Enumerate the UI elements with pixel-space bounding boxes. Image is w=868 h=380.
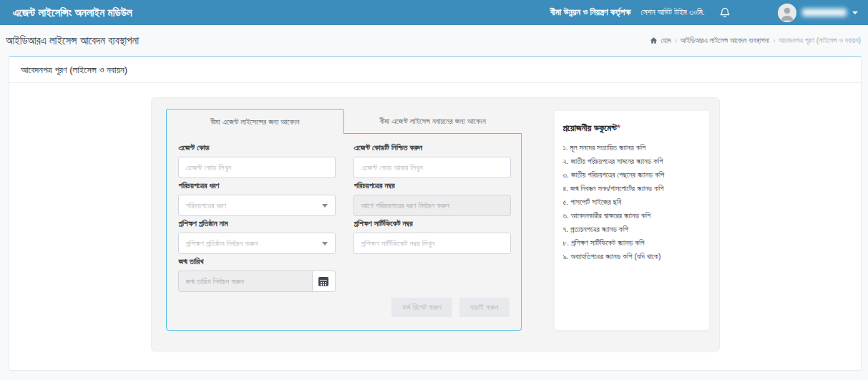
verify-button[interactable]: যাচাই করুন <box>459 298 509 317</box>
tab-bar: বীমা এজেন্ট লাইসেন্সের জন্য আবেদন বীমা এ… <box>166 109 522 134</box>
document-item: ৬. আবেদনকারীর স্বাক্ষরের স্ক্যানড কপি <box>563 209 701 223</box>
training-certificate-input[interactable] <box>353 233 511 254</box>
field-birth-date: জন্ম তারিখ <box>178 257 336 292</box>
document-item: ২. জাতীয় পরিচয়পত্রের সামনের স্ক্যানড ক… <box>563 155 701 168</box>
chevron-down-icon <box>852 11 858 14</box>
breadcrumb-license-management[interactable]: আইডিআরএ লাইসেন্স আবেদন ব্যবস্থাপনা <box>681 36 769 45</box>
session-timeout-text: সেশন আউট টাইম ৩০মি. <box>640 8 705 17</box>
agent-code-confirm-label: এজেন্ট কোডটি নিশ্চিত করুন <box>354 143 511 152</box>
bell-icon <box>719 7 731 19</box>
agent-code-input[interactable] <box>178 157 336 178</box>
id-number-label: পরিচয়পত্রের নম্বর <box>354 181 511 190</box>
home-icon <box>650 36 658 44</box>
top-header-bar: এজেন্ট লাইসেন্সিং অনলাইন মডিউল বীমা উন্ন… <box>0 0 868 25</box>
document-item: ৯. অব্যাহতিপত্রের স্ক্যানড কপি (যদি থাকে… <box>563 250 701 263</box>
required-documents-title: প্রয়োজনীয় ডকুমেন্ট* <box>563 122 701 134</box>
document-item: ৫. পাসপোর্ট সাইজের ছবি <box>563 195 701 209</box>
document-item: ৩. জাতীয় পরিচয়পত্রের পেছনের স্ক্যানড ক… <box>563 168 701 182</box>
document-item: ৪. জন্ম নিবন্ধন সনদ/পাসপোর্টের স্ক্যানড … <box>563 182 701 195</box>
user-avatar[interactable] <box>778 4 796 22</box>
user-name-redacted <box>802 9 847 16</box>
training-institute-select-value: প্রশিক্ষণ প্রতিষ্ঠান নির্বাচন করুন <box>186 239 318 248</box>
field-id-number: পরিচয়পত্রের নম্বর <box>353 181 511 216</box>
page-title-row: আইডিআরএ লাইসেন্স আবেদন ব্যবস্থাপনা হোম ›… <box>0 25 868 56</box>
field-training-certificate: প্রশিক্ষণ সার্টিফিকেট নম্বর <box>353 219 511 254</box>
calendar-icon <box>318 277 328 286</box>
tab-renewal-application[interactable]: বীমা এজেন্ট লাইসেন্স নবায়নের জন্য আবেদন <box>344 109 522 134</box>
required-documents-list: ১. মূল সনদের সত্যায়িত স্ক্যানড কপি ২. জ… <box>563 141 701 263</box>
form-reset-button[interactable]: ফর্ম রিসেট করুন <box>391 298 452 317</box>
breadcrumb-current: আবেদনপত্র পূরণ (লাইসেন্স ও নবায়ন) <box>779 36 861 45</box>
license-form: এজেন্ট কোড এজেন্ট কোডটি নিশ্চিত করুন পরি… <box>166 134 522 331</box>
required-documents-title-text: প্রয়োজনীয় ডকুমেন্ট <box>563 122 617 133</box>
authority-name: বীমা উন্নয়ন ও নিয়ন্ত্রণ কর্তৃপক্ষ <box>550 7 631 18</box>
training-certificate-label: প্রশিক্ষণ সার্টিফিকেট নম্বর <box>354 219 511 228</box>
document-item: ১. মূল সনদের সত্যায়িত স্ক্যানড কপি <box>563 141 701 155</box>
license-form-card: বীমা এজেন্ট লাইসেন্সের জন্য আবেদন বীমা এ… <box>166 109 522 351</box>
birth-date-input <box>178 271 313 292</box>
breadcrumb-home[interactable]: হোম <box>661 36 671 45</box>
content-panel: আবেদনপত্র পূরণ (লাইসেন্স ও নবায়ন) বীমা … <box>9 56 862 371</box>
breadcrumb-separator: › <box>675 36 677 44</box>
chevron-down-icon <box>322 204 328 208</box>
panel-body: বীমা এজেন্ট লাইসেন্সের জন্য আবেদন বীমা এ… <box>9 83 861 351</box>
field-training-institute: প্রশিক্ষণ প্রতিষ্ঠান নাম প্রশিক্ষণ প্রতি… <box>178 219 336 254</box>
field-id-type: পরিচয়পত্রের ধরণ পরিচয়পত্রের ধরণ <box>178 181 336 216</box>
section-title: আবেদনপত্র পূরণ (লাইসেন্স ও নবায়ন) <box>9 57 861 83</box>
application-card: বীমা এজেন্ট লাইসেন্সের জন্য আবেদন বীমা এ… <box>151 97 720 351</box>
chevron-down-icon <box>322 242 328 245</box>
document-item: ৭. প্রত্যয়নপত্রের স্ক্যানড কপি <box>563 223 701 236</box>
id-type-select-value: পরিচয়পত্রের ধরণ <box>186 201 318 210</box>
user-menu[interactable] <box>802 9 858 16</box>
form-actions: ফর্ম রিসেট করুন যাচাই করুন <box>178 298 509 317</box>
birth-date-label: জন্ম তারিখ <box>179 257 336 266</box>
id-number-input <box>353 195 511 216</box>
birth-date-group <box>178 271 336 292</box>
breadcrumb-separator: › <box>773 36 775 44</box>
notifications-button[interactable] <box>718 6 732 20</box>
form-fields-grid: এজেন্ট কোড এজেন্ট কোডটি নিশ্চিত করুন পরি… <box>178 143 509 292</box>
required-mark: * <box>617 122 620 133</box>
field-agent-code-confirm: এজেন্ট কোডটি নিশ্চিত করুন <box>353 143 511 178</box>
id-type-select[interactable]: পরিচয়পত্রের ধরণ <box>178 195 336 216</box>
id-type-label: পরিচয়পত্রের ধরণ <box>179 181 336 190</box>
training-institute-select[interactable]: প্রশিক্ষণ প্রতিষ্ঠান নির্বাচন করুন <box>178 233 336 254</box>
agent-code-confirm-input[interactable] <box>353 157 511 178</box>
required-documents-card: প্রয়োজনীয় ডকুমেন্ট* ১. মূল সনদের সত্যা… <box>554 110 710 331</box>
header-right-group: বীমা উন্নয়ন ও নিয়ন্ত্রণ কর্তৃপক্ষ সেশন… <box>550 4 858 22</box>
calendar-button[interactable] <box>313 271 336 292</box>
field-agent-code: এজেন্ট কোড <box>178 143 336 178</box>
avatar-person-icon <box>778 4 796 22</box>
document-item: ৮. প্রশিক্ষণ সার্টিফিকেট স্ক্যানড কপি <box>563 236 701 250</box>
app-title: এজেন্ট লাইসেন্সিং অনলাইন মডিউল <box>13 6 132 19</box>
training-institute-label: প্রশিক্ষণ প্রতিষ্ঠান নাম <box>179 219 336 228</box>
breadcrumb: হোম › আইডিআরএ লাইসেন্স আবেদন ব্যবস্থাপনা… <box>650 36 861 45</box>
tab-license-application[interactable]: বীমা এজেন্ট লাইসেন্সের জন্য আবেদন <box>166 109 345 134</box>
page-title: আইডিআরএ লাইসেন্স আবেদন ব্যবস্থাপনা <box>6 34 139 47</box>
agent-code-label: এজেন্ট কোড <box>179 143 336 152</box>
